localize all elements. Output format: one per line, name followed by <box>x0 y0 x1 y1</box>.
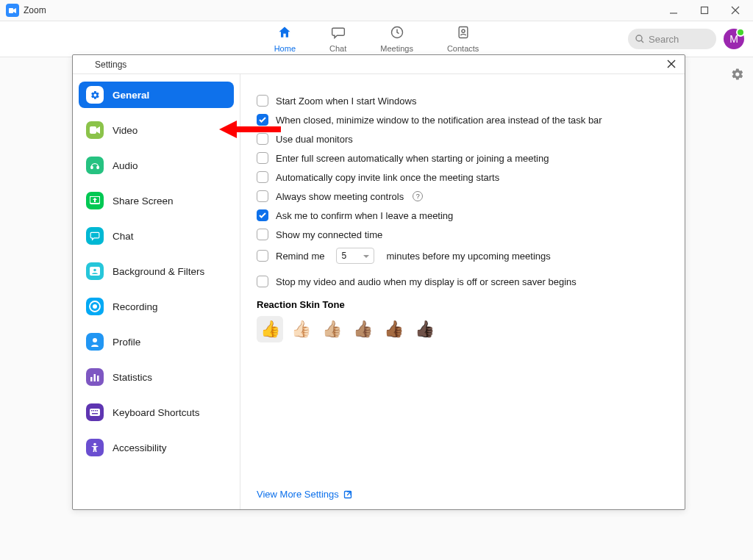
chat-icon <box>331 25 346 43</box>
sidebar-item-label: Video <box>113 125 138 136</box>
nav-contacts[interactable]: Contacts <box>447 25 479 53</box>
nav-label: Contacts <box>447 44 479 53</box>
chat-icon <box>86 227 104 245</box>
maximize-button[interactable] <box>696 1 713 19</box>
setting-option[interactable]: Automatically copy invite link once the … <box>257 171 668 183</box>
avatar[interactable]: M <box>724 29 744 49</box>
skin-tone-option[interactable]: 👍🏽 <box>349 316 376 342</box>
svg-rect-26 <box>91 410 93 412</box>
app-title: Zoom <box>24 5 46 15</box>
svg-point-21 <box>93 338 97 342</box>
sidebar-item-audio[interactable]: Audio <box>79 152 234 179</box>
audio-icon <box>86 157 104 174</box>
checkbox-label: Stop my video and audio when my display … <box>276 276 577 287</box>
remind-me-option[interactable]: Remind me 5 minutes before my upcoming m… <box>257 248 668 264</box>
sidebar-item-label: Keyboard Shortcuts <box>113 407 200 418</box>
remind-prefix: Remind me <box>276 251 324 262</box>
nav-label: Chat <box>329 44 346 53</box>
keyboard-icon <box>86 403 104 421</box>
checkbox[interactable] <box>257 114 268 126</box>
svg-rect-22 <box>90 377 93 381</box>
sidebar-item-label: Share Screen <box>113 195 174 207</box>
close-button[interactable] <box>727 1 744 19</box>
sidebar-item-label: Chat <box>113 231 134 242</box>
search-placeholder: Search <box>649 34 679 45</box>
svg-line-9 <box>641 40 643 43</box>
svg-rect-2 <box>702 7 708 14</box>
help-icon[interactable]: ? <box>413 191 423 201</box>
checkbox-label: Ask me to confirm when I leave a meeting <box>276 210 453 221</box>
checkbox[interactable] <box>257 152 268 164</box>
svg-rect-30 <box>92 413 98 414</box>
sidebar-item-label: Statistics <box>113 372 152 383</box>
svg-line-33 <box>347 492 351 495</box>
skin-tone-option[interactable]: 👍🏿 <box>411 316 438 342</box>
svg-rect-14 <box>91 166 93 169</box>
setting-option[interactable]: Ask me to confirm when I leave a meeting <box>257 209 668 221</box>
stop-video-option[interactable]: Stop my video and audio when my display … <box>257 276 668 287</box>
view-more-settings-link[interactable]: View More Settings <box>257 489 352 500</box>
checkbox[interactable] <box>257 276 268 287</box>
setting-option[interactable]: Use dual monitors <box>257 133 668 145</box>
sidebar-item-share-screen[interactable]: Share Screen <box>79 187 234 214</box>
nav-home[interactable]: Home <box>274 25 296 53</box>
skin-tone-option[interactable]: 👍🏻 <box>288 316 314 342</box>
share-screen-icon <box>86 192 104 209</box>
background-icon <box>86 262 104 280</box>
main-toolbar: HomeChatMeetingsContacts Search M <box>0 21 753 57</box>
titlebar: Zoom <box>0 0 753 21</box>
svg-rect-28 <box>95 410 96 412</box>
dialog-close-button[interactable] <box>664 58 679 71</box>
sidebar-item-background[interactable]: Background & Filters <box>79 258 234 284</box>
settings-gear-icon[interactable] <box>731 68 744 84</box>
checkbox[interactable] <box>257 95 268 107</box>
sidebar-item-chat[interactable]: Chat <box>79 223 234 249</box>
checkbox-label: Show my connected time <box>276 229 382 240</box>
sidebar-item-statistics[interactable]: Statistics <box>79 364 234 390</box>
sidebar-item-recording[interactable]: Recording <box>79 293 234 320</box>
sidebar-item-profile[interactable]: Profile <box>79 329 234 355</box>
sidebar-item-keyboard[interactable]: Keyboard Shortcuts <box>79 399 234 426</box>
dialog-header: Settings <box>73 55 685 74</box>
svg-rect-15 <box>97 166 99 169</box>
checkbox[interactable] <box>257 190 268 202</box>
sidebar-item-accessibility[interactable]: Accessibility <box>79 434 234 461</box>
setting-option[interactable]: Always show meeting controls? <box>257 190 668 202</box>
svg-point-31 <box>93 443 96 446</box>
checkbox[interactable] <box>257 250 268 262</box>
statistics-icon <box>86 368 104 386</box>
remind-minutes-select[interactable]: 5 <box>336 248 374 264</box>
skin-tone-option[interactable]: 👍🏼 <box>318 316 345 342</box>
nav-meetings[interactable]: Meetings <box>380 25 413 53</box>
setting-option[interactable]: Start Zoom when I start Windows <box>257 95 668 107</box>
skin-tone-option[interactable]: 👍🏾 <box>380 316 407 342</box>
minimize-button[interactable] <box>665 1 682 19</box>
checkbox[interactable] <box>257 229 268 240</box>
dialog-title: Settings <box>95 60 126 70</box>
checkbox[interactable] <box>257 209 268 221</box>
setting-option[interactable]: When closed, minimize window to the noti… <box>257 114 668 126</box>
contacts-icon <box>456 25 471 43</box>
svg-rect-10 <box>79 65 82 69</box>
sidebar-item-video[interactable]: Video <box>79 117 234 143</box>
svg-rect-13 <box>90 126 96 134</box>
svg-point-8 <box>636 35 642 41</box>
checkbox[interactable] <box>257 171 268 183</box>
skin-tone-picker: 👍👍🏻👍🏼👍🏽👍🏾👍🏿 <box>257 316 668 342</box>
nav-chat[interactable]: Chat <box>329 25 346 53</box>
setting-option[interactable]: Show my connected time <box>257 229 668 240</box>
search-input[interactable]: Search <box>628 29 716 49</box>
recording-icon <box>86 298 104 315</box>
settings-content: Start Zoom when I start WindowsWhen clos… <box>240 74 685 509</box>
settings-sidebar: GeneralVideoAudioShare ScreenChatBackgro… <box>73 74 240 509</box>
checkbox-label: Enter full screen automatically when sta… <box>276 153 549 164</box>
skin-tone-option[interactable]: 👍 <box>257 316 283 342</box>
sidebar-item-general[interactable]: General <box>79 82 234 108</box>
checkbox[interactable] <box>257 133 268 145</box>
svg-point-20 <box>93 304 97 309</box>
zoom-app-icon <box>79 59 90 71</box>
setting-option[interactable]: Enter full screen automatically when sta… <box>257 152 668 164</box>
accessibility-icon <box>86 439 104 456</box>
svg-rect-27 <box>93 410 95 412</box>
video-icon <box>86 121 104 139</box>
